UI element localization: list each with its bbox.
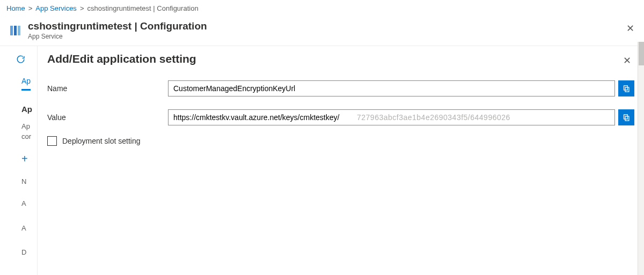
- breadcrumb: Home > App Services > cshostingruntimete…: [0, 0, 644, 17]
- form-row-value: Value 727963abcf3ae1b4e2690343f5/6449960…: [47, 109, 634, 125]
- add-edit-setting-panel: ✕ Add/Edit application setting Name Valu…: [37, 46, 644, 275]
- value-label: Value: [47, 113, 168, 122]
- breadcrumb-home[interactable]: Home: [6, 4, 25, 12]
- page-subtitle: App Service: [28, 33, 207, 40]
- svg-rect-2: [18, 26, 20, 35]
- name-label: Name: [47, 84, 168, 93]
- page-header: cshostingruntimetest | Configuration App…: [0, 17, 644, 46]
- value-input[interactable]: [168, 109, 615, 125]
- name-input[interactable]: [168, 80, 615, 96]
- svg-rect-0: [10, 26, 13, 35]
- deployment-slot-label[interactable]: Deployment slot setting: [62, 137, 141, 145]
- page-title: cshostingruntimetest | Configuration: [28, 20, 207, 32]
- svg-rect-5: [625, 116, 629, 121]
- header-text: cshostingruntimetest | Configuration App…: [28, 20, 207, 40]
- toolbar: [0, 49, 30, 69]
- svg-rect-3: [625, 87, 629, 92]
- breadcrumb-current: cshostingruntimetest | Configuration: [87, 4, 198, 12]
- form-row-name: Name: [47, 80, 634, 96]
- copy-button[interactable]: [618, 80, 634, 96]
- tab-app-settings[interactable]: Ap: [21, 76, 31, 91]
- app-service-icon: [9, 24, 23, 38]
- panel-title: Add/Edit application setting: [47, 53, 634, 65]
- svg-rect-6: [624, 114, 627, 118]
- deployment-slot-row: Deployment slot setting: [47, 136, 634, 146]
- scrollbar-thumb[interactable]: [639, 42, 644, 65]
- copy-button[interactable]: [618, 109, 634, 125]
- vertical-scrollbar[interactable]: [638, 42, 644, 275]
- deployment-slot-checkbox[interactable]: [47, 136, 57, 146]
- background-config-area: Ap Ap Ap cor + N A A D: [0, 46, 38, 275]
- close-icon[interactable]: ✕: [624, 20, 636, 36]
- main-content: Ap Ap Ap cor + N A A D ✕ Add/Edit applic…: [0, 46, 644, 275]
- svg-rect-4: [624, 85, 627, 90]
- refresh-button[interactable]: [11, 49, 30, 69]
- svg-rect-1: [14, 26, 17, 35]
- chevron-right-icon: >: [80, 4, 84, 12]
- breadcrumb-app-services[interactable]: App Services: [35, 4, 77, 12]
- close-icon[interactable]: ✕: [621, 53, 633, 69]
- chevron-right-icon: >: [28, 4, 33, 12]
